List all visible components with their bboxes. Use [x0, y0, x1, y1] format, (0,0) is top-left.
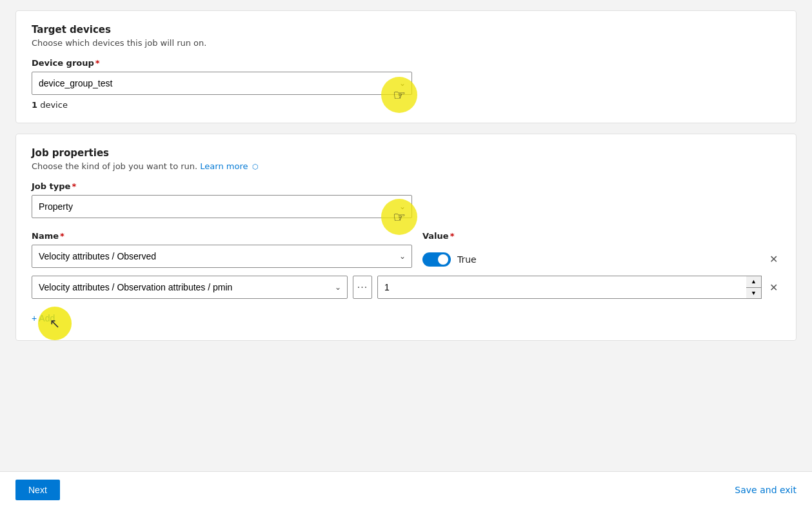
target-devices-title: Target devices — [32, 24, 780, 36]
spinner-down-2[interactable]: ▼ — [746, 287, 762, 300]
save-exit-link[interactable]: Save and exit — [735, 485, 797, 495]
next-button[interactable]: Next — [15, 480, 60, 500]
toggle-slider-1 — [422, 252, 451, 267]
toggle-label-1: True — [457, 254, 477, 265]
spinner-up-icon-2: ▲ — [751, 278, 757, 285]
name-select-1[interactable]: Velocity attributes / Observed — [32, 245, 412, 268]
job-type-select-wrapper: Property ⌄ — [32, 195, 412, 218]
learn-more-link[interactable]: Learn more ⬡ — [200, 161, 258, 171]
job-properties-card: Job properties Choose the kind of job yo… — [15, 134, 797, 341]
value-col-header: Value* — [422, 231, 780, 241]
name-select-wide-2: Velocity attributes / Observation attrib… — [32, 276, 348, 299]
device-group-label: Device group* — [32, 58, 780, 68]
spinner-buttons-2: ▲ ▼ — [746, 276, 762, 299]
spinner-up-2[interactable]: ▲ — [746, 276, 762, 287]
job-type-label: Job type* — [32, 181, 780, 191]
number-input-wrapper-2: ▲ ▼ — [377, 276, 762, 299]
target-devices-card: Target devices Choose which devices this… — [15, 10, 797, 123]
property-row-2: Velocity attributes / Observation attrib… — [32, 276, 780, 299]
name-select-2[interactable]: Velocity attributes / Observation attrib… — [32, 276, 348, 299]
footer: Next Save and exit — [0, 471, 812, 508]
spinner-down-icon-2: ▼ — [751, 290, 757, 296]
external-link-icon: ⬡ — [252, 163, 259, 171]
value-col-1: True ✕ — [422, 250, 780, 268]
close-icon-2: ✕ — [769, 282, 778, 293]
toggle-switch-1[interactable] — [422, 252, 451, 267]
job-properties-subtitle: Choose the kind of job you want to run. … — [32, 161, 780, 171]
ellipsis-button-2[interactable]: ··· — [353, 276, 372, 299]
device-count: 1 device — [32, 100, 780, 110]
required-star: * — [95, 58, 100, 68]
name-value-headers: Name* Value* — [32, 231, 780, 241]
job-properties-title: Job properties — [32, 147, 780, 159]
add-label: + Add — [32, 313, 55, 323]
remove-row-1-button[interactable]: ✕ — [767, 250, 780, 268]
job-type-required-star: * — [72, 181, 76, 191]
job-type-select[interactable]: Property — [32, 195, 412, 218]
name-select-wrapper-1: Velocity attributes / Observed ⌄ — [32, 245, 412, 268]
close-icon-1: ✕ — [769, 254, 778, 265]
ellipsis-icon: ··· — [357, 281, 368, 293]
name-col-header: Name* — [32, 231, 412, 241]
device-group-select[interactable]: device_group_test — [32, 72, 412, 95]
add-button-container: + Add ↖ — [32, 309, 55, 327]
property-row-1: Velocity attributes / Observed ⌄ True ✕ — [32, 245, 780, 268]
device-group-select-wrapper: device_group_test ⌄ — [32, 72, 412, 95]
target-devices-subtitle: Choose which devices this job will run o… — [32, 38, 780, 48]
number-input-2[interactable] — [377, 276, 762, 299]
name-col-1: Velocity attributes / Observed ⌄ — [32, 245, 412, 268]
add-button[interactable]: + Add — [32, 309, 55, 327]
remove-row-2-button[interactable]: ✕ — [767, 279, 780, 296]
